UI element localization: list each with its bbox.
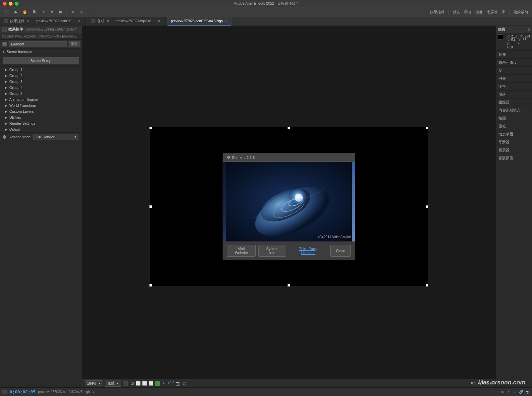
third-party-licenses-button[interactable]: Third-Party Licenses <box>289 245 328 257</box>
g-value: 53 <box>511 38 515 42</box>
group-2-item[interactable]: ▶ Group 2 <box>0 73 82 79</box>
paragraph-item[interactable]: 段落 <box>496 91 532 99</box>
toolbar-icon-5[interactable]: ✚ <box>40 9 47 15</box>
view-icon-5[interactable]: ⬜ <box>148 381 154 386</box>
effect-name-input[interactable] <box>9 41 67 47</box>
toolbar-icon-shape[interactable]: ◇ <box>78 9 84 15</box>
toolbar-icon-6[interactable]: ↺ <box>49 9 56 15</box>
small-screen-label[interactable]: 小屏幕 <box>485 10 499 15</box>
view-icon-1[interactable]: ⬛ <box>123 381 129 386</box>
toolbar-icon-1[interactable]: ⬛ <box>3 9 11 15</box>
reset-button[interactable]: 重置 <box>69 41 80 47</box>
composition-tab[interactable]: ⬛ 合成 × <box>88 17 113 26</box>
animation-engine-item[interactable]: ▶ Animation Engine <box>0 97 82 102</box>
visit-website-button[interactable]: Visit Website <box>227 245 256 257</box>
tracker-item[interactable]: 跟踪器 <box>496 99 532 106</box>
color-swatch-icon[interactable] <box>155 381 160 386</box>
handle-bottom-center[interactable] <box>288 284 290 287</box>
render-mode-dropdown[interactable]: Full Render ▼ <box>33 134 79 140</box>
add-layer-button[interactable]: ⊞ <box>500 389 505 395</box>
default-label[interactable]: 默认 <box>452 10 461 15</box>
content-aware-fill-item[interactable]: 内容识别填充 <box>496 106 532 114</box>
toolbar-icon-2[interactable]: ▶ <box>13 9 19 15</box>
camera-icon[interactable]: 📷 <box>176 381 181 386</box>
layer-down-button[interactable]: ↓ <box>512 389 517 395</box>
effects-tab-close[interactable]: × <box>26 19 30 24</box>
close-button[interactable] <box>3 2 7 6</box>
scene-interface-row[interactable]: ▶ Scene Interface <box>0 49 82 55</box>
scene-setup-button[interactable]: Scene Setup <box>3 57 79 64</box>
group-3-item[interactable]: ▶ Group 3 <box>0 79 82 85</box>
top-toolbar: ⬛ ▶ 🖐 🔍 ✚ ↺ ⊞ ✏ ◇ T 效果控件 默认 学习 标准 小屏幕 库 … <box>0 7 532 17</box>
toolbar-icon-3[interactable]: 🖐 <box>21 9 29 15</box>
camera-timeline-icon[interactable]: 📷 <box>525 389 530 395</box>
link-button[interactable]: 🔗 <box>518 389 524 395</box>
breadcrumb: ⬛ preview-257023-bqnCr8Gmz5-high • previ… <box>0 33 82 40</box>
handle-bottom-left[interactable] <box>149 284 152 287</box>
search-label[interactable]: 搜索帮助 <box>512 10 529 15</box>
handle-middle-right[interactable] <box>426 205 428 208</box>
output-item[interactable]: ▶ Output <box>0 126 82 132</box>
group-4-item[interactable]: ▶ Group 4 <box>0 85 82 91</box>
toolbar-icon-pen[interactable]: ✏ <box>70 9 77 15</box>
comp-file-tab-close[interactable]: × <box>157 19 161 24</box>
effects-file-tab[interactable]: preview-257023-bqnCr8Gmz5-high × <box>33 17 84 26</box>
audio-item[interactable]: 音频 <box>496 51 532 59</box>
learn-label[interactable]: 学习 <box>463 10 473 15</box>
x-label: X: <box>520 34 523 38</box>
view-icon-2[interactable]: ⊡ <box>130 381 135 386</box>
handle-top-left[interactable] <box>149 127 152 129</box>
toolbar-icon-text[interactable]: T <box>86 10 92 15</box>
minimize-button[interactable] <box>9 2 13 6</box>
handle-top-right[interactable] <box>426 127 428 129</box>
toolbar-icon-7[interactable]: ⊞ <box>57 9 64 15</box>
handle-middle-left[interactable] <box>149 205 152 208</box>
motion-blur-icon[interactable]: ◎ <box>182 381 187 386</box>
wiggler-item[interactable]: 摆震器 <box>496 146 532 154</box>
brushes-item[interactable]: 画笔 <box>496 122 532 130</box>
align-label[interactable]: 效果控件 <box>429 10 446 15</box>
timeline-menu-icon[interactable]: ≡ <box>92 390 94 394</box>
standard-label[interactable]: 标准 <box>474 10 484 15</box>
handle-bottom-right[interactable] <box>426 284 428 287</box>
scene-setup-area: Scene Setup <box>0 55 82 67</box>
smoother-item[interactable]: 平滑器 <box>496 138 532 146</box>
info-panel-menu-icon[interactable]: ≡ <box>528 27 530 32</box>
system-info-button[interactable]: System Info <box>258 245 286 257</box>
library-label[interactable]: 库 <box>500 10 506 15</box>
zoom-dropdown[interactable]: 164% ▼ <box>85 380 103 386</box>
active-tab-close[interactable]: × <box>224 19 229 24</box>
effects-file-tab-close[interactable]: × <box>77 19 81 24</box>
plus-icon[interactable]: + <box>517 42 519 45</box>
group-1-item[interactable]: ▶ Group 1 <box>0 67 82 73</box>
view-icon-4[interactable]: ⬜ <box>142 381 147 386</box>
handle-top-center[interactable] <box>288 127 290 129</box>
utilities-item[interactable]: ▶ Utilities <box>0 114 82 120</box>
panel-icon: ⬛ <box>2 27 7 32</box>
paint-item[interactable]: 绘画 <box>496 114 532 122</box>
render-settings-item[interactable]: ▶ Render Settings <box>0 120 82 126</box>
align-item[interactable]: 对齐 <box>496 75 532 83</box>
effects-controls-tab[interactable]: ⬛ 效果控件 × <box>1 17 33 26</box>
view-icon-3[interactable]: ⬜ <box>136 381 141 386</box>
close-dialog-button[interactable]: Close <box>330 245 351 257</box>
group-5-item[interactable]: ▶ Group 5 <box>0 91 82 97</box>
svg-point-7 <box>295 194 303 202</box>
window-controls[interactable] <box>3 2 19 6</box>
character-item[interactable]: 字符 <box>496 83 532 91</box>
exposure-icon[interactable]: + <box>161 381 166 386</box>
active-file-tab[interactable]: preview-257023-bqnCr8Gmz5-high × <box>168 17 231 26</box>
toolbar-icon-4[interactable]: 🔍 <box>30 9 39 15</box>
maximize-button[interactable] <box>15 2 19 6</box>
quality-dropdown[interactable]: 完整 ▼ <box>105 380 121 387</box>
degrees-item[interactable]: 度 <box>496 67 532 75</box>
motion-sketch-item[interactable]: 动态草图 <box>496 130 532 138</box>
comp-file-tab[interactable]: preview-257023-bqnCr8Gmz5-high × <box>113 17 164 26</box>
custom-layers-item[interactable]: ▶ Custom Layers <box>0 108 82 114</box>
mask-interpolation-item[interactable]: 蒙版插值 <box>496 154 532 162</box>
comp-tab-close[interactable]: × <box>106 19 110 24</box>
layer-up-button[interactable]: ↑ <box>506 389 511 395</box>
effects-presets-item[interactable]: 效果和预设 <box>496 59 532 67</box>
world-transform-item[interactable]: ▶ World Transform <box>0 102 82 108</box>
dialog-overlay: ⚙ Element 2.2.3 <box>150 127 428 286</box>
